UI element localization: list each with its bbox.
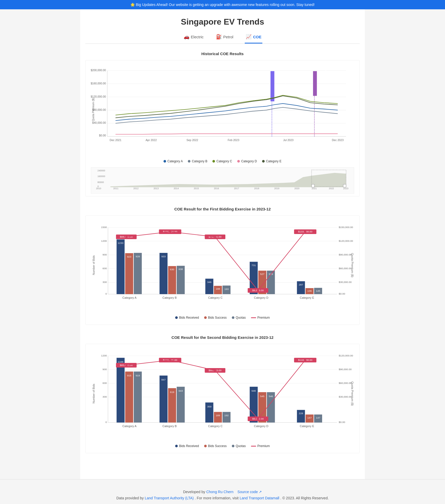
chart1-legend-premium: Premium [251, 316, 270, 319]
svg-text:1200: 1200 [101, 239, 107, 242]
svg-text:900: 900 [102, 253, 107, 256]
footer-separator [234, 490, 236, 494]
svg-text:136: 136 [307, 290, 312, 293]
svg-text:193: 193 [224, 288, 229, 290]
svg-text:0: 0 [105, 421, 107, 424]
svg-text:$80,000.00: $80,000.00 [92, 108, 106, 111]
legend-dot-cat-d [237, 160, 240, 163]
svg-rect-47 [312, 184, 314, 187]
legend-label-bids-received: Bids Received [179, 316, 199, 319]
svg-point-115 [125, 236, 128, 238]
svg-text:228: 228 [299, 412, 303, 415]
legend-label2-quotas: Quotas [236, 444, 246, 448]
chart1-section: COE Result for the First Bidding Exercis… [85, 207, 360, 325]
svg-point-183 [125, 364, 128, 367]
svg-text:Quota Premium ($): Quota Premium ($) [351, 253, 354, 277]
svg-text:600: 600 [102, 267, 107, 270]
source-code-link[interactable]: Source code ↗ [238, 490, 262, 494]
chart1-title: COE Result for the First Bidding Exercis… [85, 207, 360, 211]
svg-text:923: 923 [127, 255, 131, 258]
tab-petrol[interactable]: ⛽ Petrol [215, 32, 234, 43]
svg-text:2022: 2022 [329, 187, 334, 190]
svg-text:2023: 2023 [343, 187, 348, 190]
svg-rect-25 [313, 71, 317, 96]
svg-text:630: 630 [170, 268, 174, 271]
data-provided-prefix: Data provided by [116, 496, 145, 500]
svg-text:619: 619 [170, 391, 174, 394]
svg-rect-140 [125, 372, 133, 423]
main-content: Singapore EV Trends 🚗 Electric ⛽ Petrol … [80, 9, 365, 479]
svg-rect-158 [214, 412, 222, 423]
chart2-container: Number of Bids Quota Premium ($) 1200 90… [85, 344, 360, 453]
svg-text:Apr 2022: Apr 2022 [146, 138, 157, 142]
external-link-icon: ↗ [259, 490, 262, 494]
chart1-container: Number of Bids Quota Premium ($) 1500 12… [85, 215, 360, 325]
chart1-legend-bids-received: Bids Received [175, 316, 199, 319]
svg-text:2014: 2014 [174, 187, 179, 190]
tab-electric[interactable]: 🚗 Electric [183, 32, 205, 43]
svg-text:$160,000.00: $160,000.00 [91, 82, 106, 85]
legend-label2-bids-success: Bids Success [208, 444, 227, 448]
svg-text:Sep 2022: Sep 2022 [187, 138, 198, 142]
svg-text:$0.00: $0.00 [339, 293, 345, 295]
svg-text:546: 546 [269, 395, 273, 398]
electric-icon: 🚗 [184, 34, 189, 40]
legend-line-premium [251, 317, 256, 318]
legend-label-cat-e: Category E [266, 159, 281, 163]
svg-text:2015: 2015 [194, 187, 199, 190]
footer-copyright: . © 2023. All Rights Reserved. [280, 496, 329, 500]
datamall-link[interactable]: Land Transport Datamall [240, 496, 279, 500]
svg-text:Quota Premium ($): Quota Premium ($) [351, 382, 354, 406]
svg-text:2019: 2019 [274, 187, 279, 190]
svg-text:287: 287 [299, 283, 303, 286]
svg-text:0: 0 [98, 185, 99, 188]
mini-chart-container: 2010 2011 2012 2013 2014 2015 2016 2017 … [91, 167, 354, 194]
svg-text:Category C: Category C [208, 425, 222, 428]
historical-chart-section: Historical COE Results Quota Premium ($)… [85, 52, 360, 196]
developer-link[interactable]: Chong Ru Chern [206, 490, 233, 494]
tab-petrol-label: Petrol [223, 35, 233, 39]
chart2-legend-premium: Premium [251, 444, 270, 448]
svg-text:$120,000.00: $120,000.00 [339, 354, 353, 357]
svg-text:Category C: Category C [208, 296, 222, 299]
svg-text:Category D: Category D [254, 425, 268, 428]
svg-text:$120,000.00: $120,000.00 [91, 95, 106, 98]
svg-text:900: 900 [102, 368, 107, 371]
chart1-svg: Number of Bids Quota Premium ($) 1500 12… [91, 221, 354, 310]
svg-text:1200: 1200 [101, 354, 107, 357]
legend-label-cat-a: Category A [167, 159, 183, 163]
legend-dot-quotas [232, 316, 234, 319]
svg-text:545: 545 [260, 395, 265, 398]
svg-text:731: 731 [251, 264, 256, 267]
chart2-section: COE Result for the Second Bidding Exerci… [85, 335, 360, 453]
legend-cat-e: Category E [262, 159, 281, 163]
legend-label2-bids-received: Bids Received [179, 444, 199, 448]
legend-dot-bids-received [175, 316, 178, 319]
svg-text:1233: 1233 [118, 242, 124, 244]
svg-text:80000: 80000 [98, 181, 104, 183]
svg-text:Category B: Category B [162, 296, 177, 299]
legend-label-cat-d: Category D [241, 159, 257, 163]
svg-text:$40,000.00: $40,000.00 [92, 121, 106, 124]
svg-text:Jul 2023: Jul 2023 [283, 138, 293, 142]
svg-text:915: 915 [127, 374, 131, 377]
footer-middle-text: . For more information, visit [195, 496, 240, 500]
historical-line-chart: Quota Premium ($) $200,000.00 $160,000.0… [91, 63, 354, 156]
legend-dot2-bids-received [175, 445, 178, 447]
svg-text:638: 638 [179, 268, 183, 271]
historical-chart-legend: Category A Category B Category C Categor… [91, 159, 354, 163]
svg-text:147: 147 [316, 416, 320, 419]
svg-text:2012: 2012 [134, 187, 139, 190]
svg-text:0: 0 [105, 293, 107, 295]
nav-tabs: 🚗 Electric ⛽ Petrol 📈 COE [85, 32, 360, 44]
svg-text:646: 646 [251, 389, 256, 392]
svg-point-117 [214, 236, 216, 238]
tab-coe[interactable]: 📈 COE [245, 32, 263, 43]
svg-text:192: 192 [224, 414, 229, 417]
svg-text:1166: 1166 [118, 360, 124, 363]
chart2-title: COE Result for the Second Bidding Exerci… [85, 335, 360, 340]
lta-link[interactable]: Land Transport Authority (LTA) [145, 496, 194, 500]
svg-text:2020: 2020 [294, 187, 300, 190]
footer: Developed by Chong Ru Chern Source code … [0, 479, 445, 504]
legend-dot-cat-a [164, 160, 166, 163]
